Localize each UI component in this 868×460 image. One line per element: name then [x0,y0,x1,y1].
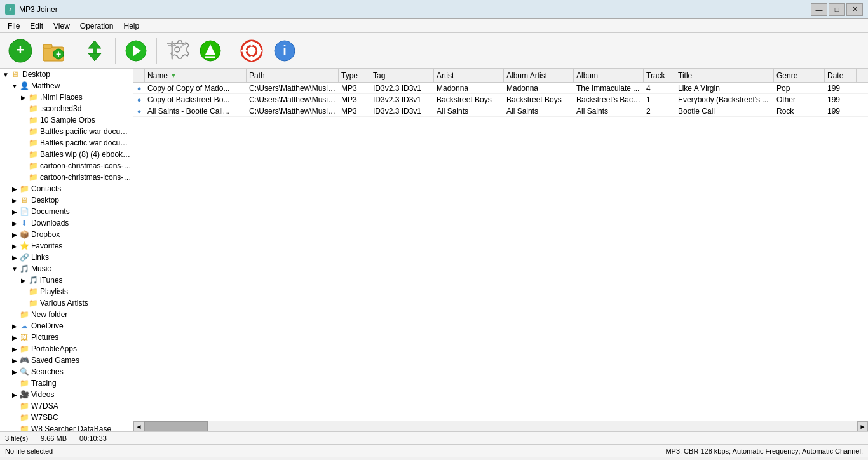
col-header-track[interactable]: Track [644,69,675,82]
toggle-searches[interactable]: ▶ [10,367,19,376]
sidebar-item-battles1[interactable]: ▶ 📁 Battles pacific war documen... [0,126,133,137]
toggle-documents[interactable]: ▶ [10,207,19,216]
sidebar-item-cartoon2[interactable]: ▶ 📁 cartoon-christmas-icons-vec... [0,172,133,183]
settings-button[interactable] [162,36,193,66]
toggle-desktop[interactable]: ▼ [1,70,10,79]
col-header-genre[interactable]: Genre [774,69,825,82]
sidebar-item-battles3[interactable]: ▶ 📁 Battles wip (8) (4) ebook_fi... [0,149,133,160]
sidebar-item-documents[interactable]: ▶ 📄 Documents [0,206,133,217]
sidebar-item-saved-games[interactable]: ▶ 🎮 Saved Games [0,355,133,366]
sidebar-item-desktop2[interactable]: ▶ 🖥 Desktop [0,194,133,206]
hscroll-left[interactable]: ◄ [133,421,144,432]
col-header-tag[interactable]: Tag [370,69,434,82]
sidebar-tree: ▼ 🖥 Desktop ▼ 👤 Matthew ▶ 📁 .Nimi Places… [0,69,133,431]
sidebar-item-10sample[interactable]: ▶ 📁 10 Sample Orbs [0,114,133,126]
sidebar-item-new-folder[interactable]: ▶ 📁 New folder [0,309,133,320]
toggle-pictures[interactable]: ▶ [10,333,19,342]
toolbar: + + [0,33,868,69]
table-row[interactable]: ● All Saints - Bootie Call... C:\Users\M… [133,105,868,117]
sidebar-item-tracing[interactable]: ▶ 📁 Tracing [0,377,133,389]
menu-help[interactable]: Help [119,20,145,32]
sidebar-item-w7sbc[interactable]: ▶ 📁 W7SBC [0,412,133,423]
desktop-icon: 🖥 [10,69,20,79]
col-header-type[interactable]: Type [339,69,370,82]
col-header-albumartist[interactable]: Album Artist [504,69,574,82]
hscroll-track[interactable] [144,421,857,431]
toggle-favorites[interactable]: ▶ [10,241,19,250]
sidebar-item-portableapps[interactable]: ▶ 📁 PortableApps [0,343,133,355]
toggle-downloads[interactable]: ▶ [10,219,19,227]
cue-button[interactable] [195,36,226,66]
sidebar-item-scorched[interactable]: ▶ 📁 .scorched3d [0,103,133,114]
help-button[interactable] [236,36,267,66]
sidebar-item-favorites[interactable]: ▶ ⭐ Favorites [0,240,133,252]
sidebar-item-dropbox[interactable]: ▶ 📦 Dropbox [0,229,133,240]
col-header-path[interactable]: Path [247,69,339,82]
col-header-title[interactable]: Title [675,69,774,82]
sidebar-item-cartoon1[interactable]: ▶ 📁 cartoon-christmas-icons-vec... [0,160,133,172]
sidebar-item-downloads[interactable]: ▶ ⬇ Downloads [0,217,133,229]
sidebar-item-music[interactable]: ▼ 🎵 Music [0,263,133,274]
toggle-nimi[interactable]: ▶ [19,93,28,102]
sidebar-item-matthew[interactable]: ▼ 👤 Matthew [0,80,133,91]
col-header-artist[interactable]: Artist [434,69,504,82]
move-button[interactable] [79,36,110,66]
col-header-name[interactable]: Name ▼ [145,69,247,82]
maximize-button[interactable]: □ [829,3,845,16]
toggle-portableapps[interactable]: ▶ [10,344,19,353]
sidebar-label-w7dsa: W7DSA [31,402,58,410]
join-button[interactable] [121,36,151,66]
horizontal-scrollbar[interactable]: ◄ ► [133,421,868,431]
close-button[interactable]: ✕ [846,3,863,16]
titlebar-left: ♪ MP3 Joiner [5,4,58,15]
hscroll-right[interactable]: ► [857,421,868,432]
sidebar-item-links[interactable]: ▶ 🔗 Links [0,252,133,263]
col-header-album[interactable]: Album [574,69,644,82]
sidebar-item-onedrive[interactable]: ▶ ☁ OneDrive [0,320,133,332]
folder-icon: 📁 [28,126,38,137]
info-button[interactable]: i [269,36,300,66]
sidebar-item-battles2[interactable]: ▶ 📁 Battles pacific war documen... [0,137,133,149]
sidebar-item-nimi[interactable]: ▶ 📁 .Nimi Places [0,91,133,103]
toggle-matthew[interactable]: ▼ [10,81,19,90]
sidebar-item-videos[interactable]: ▶ 🎥 Videos [0,389,133,400]
sidebar-item-pictures[interactable]: ▶ 🖼 Pictures [0,332,133,343]
sidebar-label-w8searcher: W8 Searcher DataBase [31,424,111,431]
toggle-contacts[interactable]: ▶ [10,184,19,193]
add-files-button[interactable]: + [5,36,36,66]
sidebar-item-w7dsa[interactable]: ▶ 📁 W7DSA [0,400,133,412]
toggle-desktop2[interactable]: ▶ [10,196,19,205]
folder-icon: 📁 [28,92,38,102]
sidebar-item-w8searcher[interactable]: ▶ 📁 W8 Searcher DataBase [0,423,133,431]
toggle-dropbox[interactable]: ▶ [10,230,19,239]
cell-title: Bootie Call [675,107,774,116]
sidebar-item-searches[interactable]: ▶ 🔍 Searches [0,366,133,377]
svg-text:i: i [283,43,287,57]
table-row[interactable]: ● Copy of Copy of Mado... C:\Users\Matth… [133,83,868,94]
sidebar-item-desktop[interactable]: ▼ 🖥 Desktop [0,69,133,80]
toggle-music[interactable]: ▼ [10,264,19,273]
cell-type: MP3 [339,84,370,93]
svg-line-16 [180,43,185,48]
sidebar-label-documents: Documents [31,207,70,216]
sidebar-label-downloads: Downloads [31,219,69,227]
menu-edit[interactable]: Edit [25,20,48,32]
menu-view[interactable]: View [48,20,75,32]
toggle-videos[interactable]: ▶ [10,390,19,399]
sidebar-item-playlists[interactable]: ▶ 📁 Playlists [0,286,133,297]
sidebar-item-various-artists[interactable]: ▶ 📁 Various Artists [0,297,133,309]
toggle-itunes[interactable]: ▶ [19,276,28,285]
add-folder-button[interactable]: + [38,36,69,66]
table-row[interactable]: ● Copy of Backstreet Bo... C:\Users\Matt… [133,94,868,105]
menu-operation[interactable]: Operation [75,20,119,32]
hscroll-thumb[interactable] [144,421,208,431]
menu-file[interactable]: File [3,20,25,32]
sidebar-item-itunes[interactable]: ▶ 🎵 iTunes [0,274,133,286]
toggle-links[interactable]: ▶ [10,253,19,262]
minimize-button[interactable]: — [811,3,827,16]
sidebar-item-contacts[interactable]: ▶ 📁 Contacts [0,183,133,194]
col-header-date[interactable]: Date [825,69,857,82]
cell-track: 4 [644,84,675,93]
toggle-onedrive[interactable]: ▶ [10,321,19,330]
toggle-saved-games[interactable]: ▶ [10,356,19,365]
